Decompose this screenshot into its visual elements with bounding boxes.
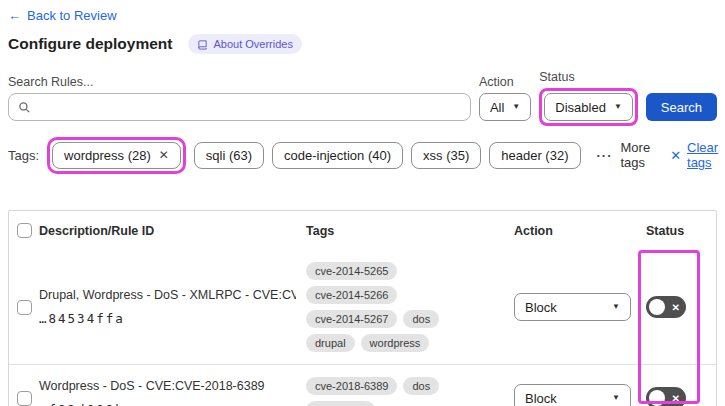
status-filter-highlight: Disabled ▼ [539, 88, 638, 126]
action-filter-value: All [490, 100, 504, 115]
rule-tag-pill: cve-2014-5266 [306, 286, 397, 304]
tag-filter-pill[interactable]: header (32) [489, 142, 580, 169]
rule-tag-pill: cve-2014-5267 [306, 310, 397, 328]
toggle-knob [649, 390, 665, 406]
status-filter-dropdown[interactable]: Disabled ▼ [544, 93, 633, 121]
rule-status-cell: ✕ [639, 296, 716, 318]
rule-tag-pill: dos [403, 310, 439, 328]
more-tags-label: More tags [621, 140, 651, 170]
search-icon [18, 101, 31, 114]
rule-status-cell: ✕ [639, 387, 716, 406]
back-to-review-link[interactable]: ← Back to Review [8, 8, 117, 23]
rule-id: …84534ffa [39, 311, 296, 326]
rule-id: …f82d008b [39, 402, 296, 406]
tag-pill-list: sqli (63)code-injection (40)xss (35)head… [194, 142, 581, 169]
action-select-value: Block [525, 300, 557, 315]
back-link-label: Back to Review [27, 8, 117, 23]
rules-table: Description/Rule ID Tags Action Status D… [8, 210, 717, 406]
rule-tag-pill: cve-2014-5265 [306, 262, 397, 280]
search-button[interactable]: Search [646, 93, 717, 121]
search-rules-input[interactable] [8, 93, 471, 121]
heading-row: Configure deployment About Overrides [8, 34, 717, 54]
rules-table-wrap: Description/Rule ID Tags Action Status D… [8, 210, 717, 406]
about-overrides-badge[interactable]: About Overrides [188, 34, 301, 54]
row-checkbox[interactable] [17, 300, 32, 315]
header-description: Description/Rule ID [39, 224, 306, 238]
status-toggle[interactable]: ✕ [646, 296, 686, 318]
clear-tags-x-icon: ✕ [670, 148, 681, 163]
search-rules-label: Search Rules... [8, 75, 471, 89]
header-action: Action [506, 224, 639, 238]
status-toggle[interactable]: ✕ [646, 387, 686, 406]
page-title: Configure deployment [8, 35, 172, 53]
rule-action-cell: Block▼ [506, 293, 639, 321]
rule-tags-cell: cve-2014-5265cve-2014-5266cve-2014-5267d… [306, 262, 506, 352]
toggle-knob [649, 299, 665, 315]
chevron-down-icon: ▼ [614, 103, 622, 111]
configure-deployment-page: ← Back to Review Configure deployment Ab… [0, 0, 725, 406]
tags-bar: Tags: wordpress (28) ✕ sqli (63)code-inj… [8, 136, 717, 174]
status-filter-label: Status [539, 70, 638, 84]
rule-description: Wordpress - DoS - CVE:CVE-2018-6389 [39, 379, 296, 393]
row-checkbox[interactable] [17, 391, 32, 406]
tag-filter-label: wordpress (28) [64, 148, 151, 163]
tag-filter-wordpress[interactable]: wordpress (28) ✕ [52, 142, 181, 169]
rule-action-cell: Block▼ [506, 384, 639, 406]
action-select-value: Block [525, 391, 557, 406]
action-select[interactable]: Block▼ [514, 384, 631, 406]
clear-tags-link[interactable]: ✕ Clear tags [670, 140, 718, 170]
header-tags: Tags [306, 224, 506, 238]
book-icon [197, 39, 208, 50]
action-filter-label: Action [479, 75, 531, 89]
table-header-row: Description/Rule ID Tags Action Status [9, 211, 716, 250]
table-body: Drupal, Wordpress - DoS - XMLRPC - CVE:C… [9, 250, 716, 406]
clear-tags-label: Clear tags [687, 140, 718, 170]
toggle-off-icon: ✕ [672, 302, 680, 313]
action-filter-dropdown[interactable]: All ▼ [479, 93, 531, 121]
rule-description: Drupal, Wordpress - DoS - XMLRPC - CVE:C… [39, 288, 296, 302]
chevron-down-icon: ▼ [512, 103, 520, 111]
rule-tag-pill: cve-2018-6389 [306, 377, 397, 395]
table-row: Wordpress - DoS - CVE:CVE-2018-6389…f82d… [9, 364, 716, 406]
rule-tag-pill: drupal [306, 334, 355, 352]
tag-filter-pill[interactable]: xss (35) [411, 142, 481, 169]
rule-description-cell: Drupal, Wordpress - DoS - XMLRPC - CVE:C… [39, 288, 306, 326]
remove-tag-icon[interactable]: ✕ [159, 148, 169, 162]
rule-tag-pill: wordpress [361, 334, 430, 352]
status-filter-value: Disabled [555, 100, 606, 115]
ellipsis-icon: ··· [597, 148, 613, 163]
tag-filter-pill[interactable]: sqli (63) [194, 142, 264, 169]
header-status: Status [639, 224, 716, 238]
table-row: Drupal, Wordpress - DoS - XMLRPC - CVE:C… [9, 250, 716, 364]
rule-tags-cell: cve-2018-6389doswordpress [306, 377, 506, 406]
action-select[interactable]: Block▼ [514, 293, 631, 321]
back-arrow-icon: ← [8, 8, 21, 23]
row-checkbox-cell [9, 300, 39, 315]
row-checkbox-cell [9, 391, 39, 406]
select-all-checkbox[interactable] [17, 223, 32, 238]
selected-tag-highlight: wordpress (28) ✕ [47, 137, 186, 174]
toggle-off-icon: ✕ [672, 393, 680, 404]
filter-row: Search Rules... Action All ▼ Status Disa… [8, 70, 717, 121]
tag-filter-pill[interactable]: code-injection (40) [272, 142, 403, 169]
rule-description-cell: Wordpress - DoS - CVE:CVE-2018-6389…f82d… [39, 379, 306, 406]
rule-tag-pill: dos [403, 377, 439, 395]
chevron-down-icon: ▼ [612, 303, 620, 311]
more-tags-button[interactable]: ··· More tags [597, 140, 651, 170]
rule-tag-pill: wordpress [306, 401, 375, 406]
chevron-down-icon: ▼ [612, 394, 620, 402]
tags-label: Tags: [8, 148, 39, 163]
about-overrides-label: About Overrides [213, 38, 292, 50]
